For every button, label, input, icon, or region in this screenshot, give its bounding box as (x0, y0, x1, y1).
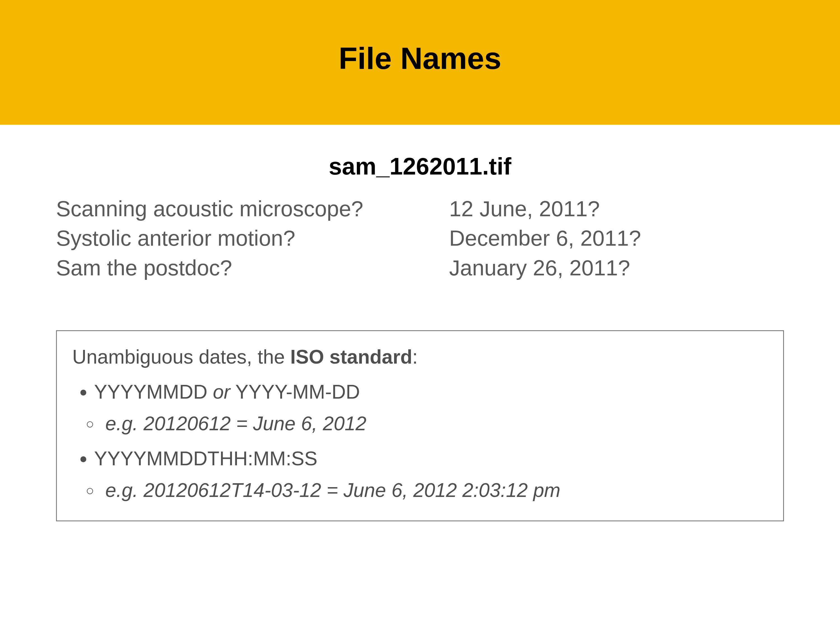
iso-format-pre: YYYYMMDD (94, 381, 213, 403)
example-filename: sam_1262011.tif (56, 153, 784, 180)
iso-heading-post: : (412, 346, 418, 368)
right-column: 12 June, 2011? December 6, 2011? January… (449, 194, 784, 283)
iso-list: YYYYMMDD or YYYY-MM-DD e.g. 20120612 = J… (72, 377, 768, 505)
slide-content: sam_1262011.tif Scanning acoustic micros… (0, 125, 840, 521)
iso-list-item: YYYYMMDD or YYYY-MM-DD e.g. 20120612 = J… (94, 377, 768, 438)
iso-standard-box: Unambiguous dates, the ISO standard: YYY… (56, 330, 784, 521)
left-column: Scanning acoustic microscope? Systolic a… (56, 194, 449, 283)
left-item: Sam the postdoc? (56, 253, 449, 283)
slide-title: File Names (339, 40, 501, 76)
iso-format-post: YYYY-MM-DD (230, 381, 360, 403)
iso-format-or: or (213, 381, 230, 403)
iso-heading: Unambiguous dates, the ISO standard: (72, 342, 768, 372)
iso-format-pre: YYYYMMDDTHH:MM:SS (94, 448, 317, 469)
iso-example: e.g. 20120612T14-03-12 = June 6, 2012 2:… (105, 476, 768, 505)
ambiguity-columns: Scanning acoustic microscope? Systolic a… (56, 194, 784, 283)
left-item: Scanning acoustic microscope? (56, 194, 449, 224)
iso-example-text: e.g. 20120612 = June 6, 2012 (105, 413, 366, 434)
iso-list-item: YYYYMMDDTHH:MM:SS e.g. 20120612T14-03-12… (94, 444, 768, 505)
right-item: January 26, 2011? (449, 253, 784, 283)
left-item: Systolic anterior motion? (56, 224, 449, 253)
iso-heading-pre: Unambiguous dates, the (72, 346, 290, 368)
iso-heading-bold: ISO standard (290, 346, 412, 368)
iso-example-text: e.g. 20120612T14-03-12 = June 6, 2012 2:… (105, 479, 561, 501)
right-item: 12 June, 2011? (449, 194, 784, 224)
right-item: December 6, 2011? (449, 224, 784, 253)
iso-example: e.g. 20120612 = June 6, 2012 (105, 409, 768, 438)
slide-header: File Names (0, 0, 840, 125)
